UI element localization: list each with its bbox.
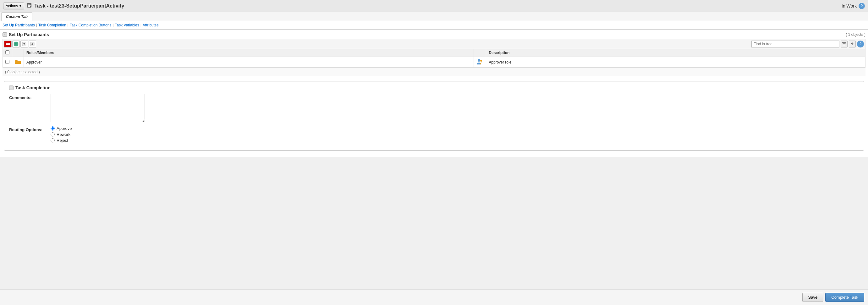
find-in-tree: ?: [751, 40, 864, 48]
participants-table: Roles/Members Description: [2, 49, 866, 68]
radio-approve[interactable]: [51, 126, 55, 130]
help-icon[interactable]: ?: [859, 3, 865, 9]
task-icon: [27, 3, 32, 9]
sort-up-button[interactable]: [849, 40, 856, 48]
remove-button[interactable]: [4, 40, 12, 48]
status-text: In Work: [842, 3, 857, 8]
routing-options-row: Routing Options: Approve Rework Reject: [9, 126, 859, 143]
objects-count: ( 1 objects ): [846, 32, 866, 37]
routing-approve-label: Approve: [57, 126, 72, 131]
add-button[interactable]: [12, 40, 20, 48]
col-roles-members: Roles/Members: [24, 49, 474, 57]
routing-reject-label: Reject: [57, 138, 68, 143]
nav-task-completion-buttons[interactable]: Task Completion Buttons: [70, 23, 112, 27]
header-right: In Work ?: [842, 3, 865, 9]
move-down-button[interactable]: [29, 40, 36, 48]
routing-option-reject[interactable]: Reject: [51, 138, 72, 143]
comments-row: Comments:: [9, 94, 859, 122]
col-description: Description: [486, 49, 866, 57]
col-icon: [12, 49, 24, 57]
radio-rework[interactable]: [51, 132, 55, 136]
participants-toolbar: ?: [2, 39, 866, 49]
actions-button[interactable]: Actions ▼: [3, 2, 24, 9]
radio-reject[interactable]: [51, 139, 55, 143]
nav-setup-participants[interactable]: Set Up Participants: [2, 23, 35, 27]
setup-participants-section: − Set Up Participants ( 1 objects ): [2, 32, 866, 76]
tabs-bar: Custom Tab: [0, 12, 868, 21]
svg-rect-1: [28, 4, 30, 5]
task-completion-collapse-btn[interactable]: −: [9, 86, 13, 90]
col-checkbox: [3, 49, 12, 57]
task-completion-legend: − Task Completion: [9, 85, 859, 90]
comments-label: Comments:: [9, 94, 47, 100]
folder-icon: [15, 59, 21, 64]
section-title: Set Up Participants: [9, 32, 49, 37]
actions-label: Actions: [6, 4, 18, 8]
select-all-checkbox[interactable]: [5, 50, 9, 54]
svg-rect-4: [6, 43, 10, 44]
routing-options-group: Approve Rework Reject: [51, 126, 72, 143]
comments-textarea[interactable]: [51, 94, 145, 122]
table-header-row: Roles/Members Description: [3, 49, 866, 57]
nav-attributes[interactable]: Attributes: [143, 23, 159, 27]
col-person-icon: [474, 49, 486, 57]
table-row: Approver Approver role: [3, 57, 866, 68]
actions-dropdown-arrow: ▼: [19, 4, 22, 7]
nav-links: Set Up Participants | Task Completion | …: [0, 21, 868, 30]
tab-custom-tab-label: Custom Tab: [6, 14, 28, 19]
task-title: Task - test23-SetupParticipantActivity: [34, 3, 124, 9]
svg-point-9: [480, 60, 482, 62]
person-role-icon: [476, 58, 483, 65]
header-left: Actions ▼ Task - test23-SetupParticipant…: [3, 2, 124, 9]
find-in-tree-input[interactable]: [751, 40, 839, 48]
row-description: Approver role: [486, 57, 866, 68]
nav-task-variables[interactable]: Task Variables: [115, 23, 139, 27]
section-title-row: − Set Up Participants: [2, 32, 49, 37]
routing-options-label: Routing Options:: [9, 126, 47, 132]
routing-rework-label: Rework: [57, 132, 70, 137]
row-person-icon-cell: [474, 57, 486, 68]
nav-task-completion[interactable]: Task Completion: [38, 23, 66, 27]
tab-custom-tab[interactable]: Custom Tab: [1, 12, 32, 21]
task-completion-title: Task Completion: [16, 85, 51, 90]
selected-count: ( 0 objects selected ): [2, 68, 866, 76]
svg-point-8: [478, 59, 480, 62]
move-up-button[interactable]: [21, 40, 28, 48]
routing-option-approve[interactable]: Approve: [51, 126, 72, 131]
routing-option-rework[interactable]: Rework: [51, 132, 72, 137]
filter-button[interactable]: [841, 40, 847, 48]
row-checkbox[interactable]: [5, 60, 9, 64]
task-completion-section: − Task Completion Comments: Routing Opti…: [4, 81, 864, 151]
header: Actions ▼ Task - test23-SetupParticipant…: [0, 0, 868, 12]
toolbar-help-icon[interactable]: ?: [857, 40, 864, 48]
svg-rect-3: [28, 6, 30, 7]
collapse-button[interactable]: −: [2, 32, 7, 37]
row-role-name: Approver: [24, 57, 474, 68]
row-folder-icon-cell: [12, 57, 24, 68]
section-header: − Set Up Participants ( 1 objects ): [2, 32, 866, 37]
svg-rect-2: [28, 5, 31, 6]
row-checkbox-cell: [3, 57, 12, 68]
main-content: − Set Up Participants ( 1 objects ): [0, 30, 868, 157]
